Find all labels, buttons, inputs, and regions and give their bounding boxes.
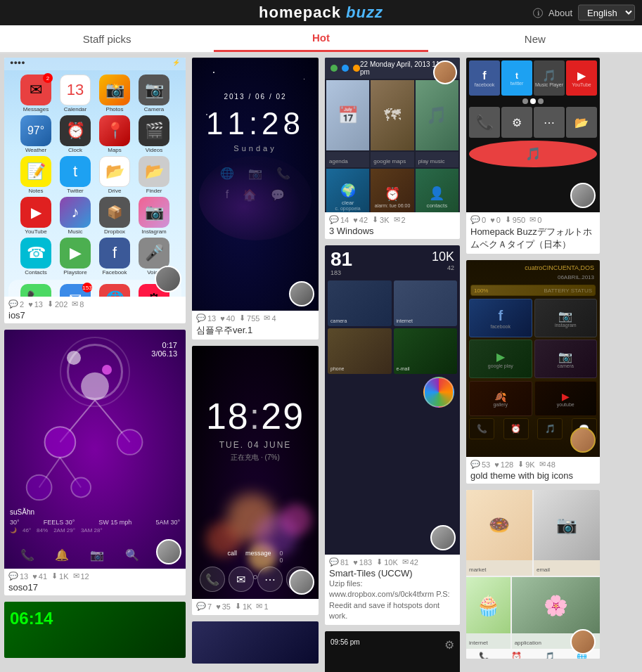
stat-bk-comments: 💬 7: [196, 602, 212, 611]
stat-sp-count4: ✉ 4: [264, 314, 276, 323]
card-ios7[interactable]: ●●●● ⚡ ✉2 Messages 13 Calendar: [4, 58, 186, 323]
tiles-month: 183: [330, 269, 352, 276]
app-music: Music: [68, 228, 83, 235]
svg-point-4: [117, 429, 143, 455]
gold-btn-music[interactable]: 🎵: [537, 418, 563, 439]
gold-btn-phone[interactable]: 📞: [469, 418, 494, 439]
soso-time: 0:17: [151, 341, 177, 349]
gold-btn-clock[interactable]: ⏰: [503, 418, 529, 439]
food-label-email: email: [537, 567, 550, 573]
column-3: 22 Monday April, 2013 11:27 pm 📅 🗺 🎵: [323, 56, 462, 672]
column-4: f facebook t twitter 🎵 Music Player ▶ Yo…: [464, 56, 602, 672]
gold-tile-facebook: f facebook: [469, 299, 532, 337]
app-photos: Photos: [106, 106, 124, 112]
app-weather: Weather: [25, 147, 46, 153]
tile-phone: phone: [328, 328, 392, 374]
bokeh-call-label: call: [227, 550, 237, 557]
label-playmusic: play music: [418, 158, 445, 164]
app-facebook: Facebook: [102, 269, 127, 276]
gold-tile-googleplay: ▶ google play: [469, 340, 532, 378]
tile-email: e-mail: [394, 328, 458, 374]
stat-bk-downloads: ⬇ 1K: [235, 602, 252, 611]
soso-icon-4: 🔍: [125, 548, 139, 562]
card-bokeh[interactable]: 18:29 TUE. 04 JUNE 正在充电 · (7%) call mess…: [192, 346, 319, 615]
app-dropbox: Dropbox: [104, 228, 125, 235]
tab-hot[interactable]: Hot: [214, 25, 428, 52]
tile-camera: camera: [328, 280, 392, 326]
card-space-title: 심플우주ver.1: [196, 324, 314, 337]
avatar-space: [289, 281, 314, 306]
main-grid: ●●●● ⚡ ✉2 Messages 13 Calendar: [0, 53, 642, 672]
card-smart-tiles[interactable]: 81 183 10K 42 camera internet: [325, 245, 460, 625]
food-label-application: application: [515, 640, 541, 646]
food-action-icon1: 📞: [479, 652, 489, 659]
column-2: 2013 / 06 / 02 11:28 Sunday 🌐 📷 📞 f 🏠 💬: [190, 56, 321, 672]
bokeh-time: 18:29: [192, 346, 319, 437]
app-clock: Clock: [68, 147, 82, 153]
food-action-icon3: 🎵: [544, 652, 555, 659]
gold-title-text: cuatroCINCUENTA,DOS: [472, 264, 594, 271]
soso-icon-1: 📞: [20, 548, 34, 562]
stat-count4: ✉ 8: [72, 299, 84, 309]
naekeo2-icon: ⚙: [444, 638, 454, 652]
gold-tile-youtube: ▶ youtube: [534, 381, 598, 416]
card-gold-theme[interactable]: cuatroCINCUENTA,DOS 06ABRIL.2013 100% BA…: [466, 260, 600, 484]
about-link[interactable]: About: [548, 8, 572, 18]
card-ios7-footer: 💬 2 ♥ 13 ⬇ 202 ✉ 8 ios7: [4, 297, 186, 323]
food-label-internet: internet: [469, 640, 488, 646]
bokeh-dot: [253, 575, 257, 579]
stat-likes: ♥ 13: [28, 300, 43, 309]
bokeh-btn-call[interactable]: 📞: [200, 567, 225, 592]
card-3windows[interactable]: 22 Monday April, 2013 11:27 pm 📅 🗺 🎵: [325, 58, 460, 239]
header-right: ℹ About English: [533, 5, 635, 21]
card-ios7-title: ios7: [8, 310, 181, 321]
card-soso17-title: soso17: [8, 582, 181, 593]
tile-weather: 🌍 clear c. opopoeia: [326, 169, 369, 212]
bokeh-btn-more[interactable]: ⋯: [257, 567, 283, 592]
avatar-gold: [570, 427, 596, 453]
card-gold-footer: 💬 53 ♥ 128 ⬇ 9K ✉ 48 gold theme with big…: [466, 457, 600, 484]
card-smart-tiles-desc: Uzip files: www.dropbox.com/s/0ck4tfxrm …: [329, 579, 456, 622]
label-agenda: agenda: [329, 158, 348, 164]
avatar-smart-tiles: [430, 525, 456, 550]
app-messages: Messages: [23, 106, 49, 112]
food-action-icon2: ⏰: [511, 652, 522, 659]
bokeh-charging: 正在充电 · (7%): [192, 453, 319, 463]
tab-new[interactable]: New: [428, 25, 642, 52]
card-col2-partial[interactable]: [192, 621, 319, 664]
food-tile-camera: 📷: [534, 490, 600, 560]
nav-tabs: Staff picks Hot New: [0, 25, 642, 53]
bokeh-btn-msg[interactable]: ✉: [229, 567, 254, 592]
card-space[interactable]: 2013 / 06 / 02 11:28 Sunday 🌐 📷 📞 f 🏠 💬: [192, 58, 319, 340]
card-smart-tiles-footer: 💬 81 ♥ 183 ⬇ 10K ✉ 42 Smart-Tiles (UCCW)…: [325, 555, 460, 625]
tab-staff-picks[interactable]: Staff picks: [0, 25, 214, 52]
card-time-partial[interactable]: 06:14: [4, 602, 186, 658]
soso-date: 3/06.13: [151, 349, 177, 358]
svg-point-3: [45, 427, 76, 458]
app-twitter: Twitter: [67, 188, 84, 194]
food-tile-market: 🍩: [466, 490, 532, 560]
bokeh-msg-label: message: [245, 550, 271, 557]
card-homepack-japan[interactable]: f facebook t twitter 🎵 Music Player ▶ Yo…: [466, 58, 600, 254]
gold-tile-instagram: 📷 instagram: [534, 299, 598, 337]
logo-accent: buzz: [346, 4, 383, 21]
card-3windows-footer: 💬 14 ♥ 42 ⬇ 3K ✉ 2 3 Windows: [325, 212, 460, 239]
info-icon: ℹ: [533, 8, 543, 18]
card-soso17[interactable]: 0:17 3/06.13 suSĂhn 30°FEELS 30°SW 15 mp…: [4, 330, 186, 595]
avatar-ios7: [155, 266, 181, 292]
app-notes: Notes: [29, 188, 44, 194]
gold-tile-gallery: 🍂 gallery: [469, 381, 532, 416]
tile-maps: 🗺: [371, 80, 413, 150]
avatar-bokeh: [289, 569, 314, 595]
color-wheel: [423, 377, 454, 408]
card-naekeo2[interactable]: 09:56 pm ⚙ -->GO DAUM ITALIC CAMERA: [325, 631, 460, 672]
header-logo: homepack buzz: [259, 4, 383, 22]
card-food-market[interactable]: 🍩 📷 market email 🧁 🌸: [466, 490, 600, 659]
naekeo2-time: 09:56 pm: [330, 638, 360, 646]
stat-sp-comments: 💬 13: [196, 314, 216, 323]
soso-icon-3: 📷: [90, 548, 104, 562]
stat-s-comments: 💬 13: [8, 571, 28, 581]
svg-point-8: [71, 478, 91, 498]
language-selector[interactable]: English: [578, 5, 635, 21]
food-label-market: market: [469, 567, 486, 573]
